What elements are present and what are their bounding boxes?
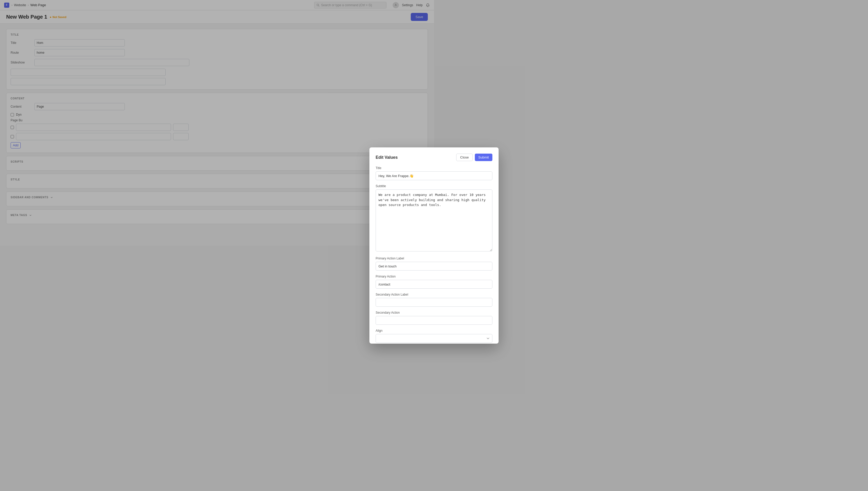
modal-title: Edit Values bbox=[376, 155, 398, 160]
title-label: Title bbox=[376, 166, 434, 170]
title-input[interactable] bbox=[376, 171, 434, 180]
modal-overlay: Edit Values Close Submit Title Subtitle … bbox=[0, 0, 434, 246]
subtitle-label: Subtitle bbox=[376, 184, 434, 188]
subtitle-textarea[interactable]: We are a product company at Mumbai. For … bbox=[376, 190, 434, 246]
title-field-group: Title bbox=[376, 166, 434, 180]
subtitle-field-group: Subtitle We are a product company at Mum… bbox=[376, 184, 434, 246]
modal-header: Edit Values Close Submit bbox=[376, 153, 434, 161]
edit-values-modal: Edit Values Close Submit Title Subtitle … bbox=[370, 147, 434, 246]
